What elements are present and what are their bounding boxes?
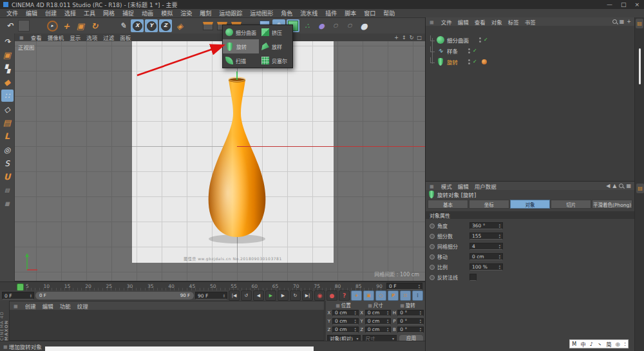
menu-item[interactable]: 窗口 <box>360 9 379 17</box>
spinner-icon[interactable] <box>417 284 420 288</box>
key-pla-button[interactable]: ∷ <box>400 290 411 301</box>
attribute-tab[interactable]: 平滑着色(Phong) <box>592 200 632 209</box>
keyframe-selection-button[interactable]: ? <box>339 290 350 301</box>
enable-snap-button[interactable]: S <box>1 157 14 169</box>
visibility-dots-icon[interactable] <box>468 59 470 61</box>
animation-options-button[interactable]: ⋮ <box>412 290 423 301</box>
attribute-menu-item[interactable]: 编辑 <box>458 182 469 190</box>
play-backwards-button[interactable]: ↺ <box>241 290 252 301</box>
rotate-view-icon[interactable]: ↻ <box>410 35 414 41</box>
quantize-button[interactable]: U <box>1 171 14 183</box>
current-frame-field[interactable]: 0 F <box>386 283 422 290</box>
spinner-icon[interactable] <box>29 294 32 298</box>
field-checkbox[interactable] <box>469 274 477 281</box>
attribute-tab[interactable]: 对象 <box>510 200 551 209</box>
toolbar-separator[interactable] <box>102 19 115 32</box>
make-editable-button[interactable]: ↷ <box>1 35 14 48</box>
render-view-button[interactable] <box>202 19 214 32</box>
object-manager-menu-item[interactable]: 编辑 <box>458 18 469 26</box>
ime-item[interactable]: ♪ <box>590 341 593 347</box>
x-axis-lock-button[interactable]: X <box>131 19 144 32</box>
previous-frame-button[interactable]: ◀ <box>253 290 264 301</box>
scrollbar-thumb[interactable] <box>639 48 641 84</box>
key-parameter-button[interactable]: P <box>388 290 399 301</box>
attribute-menu-item[interactable]: 模式 <box>441 182 452 190</box>
texture-tag-icon[interactable] <box>482 59 487 64</box>
move-tool[interactable]: + <box>60 19 73 32</box>
object-name[interactable]: 旋转 <box>447 58 458 66</box>
enable-axis-button[interactable]: L <box>1 130 14 142</box>
menu-item[interactable]: 选择 <box>61 9 80 17</box>
goto-start-button[interactable]: |◀ <box>229 290 240 301</box>
viewport-solo-button[interactable]: ◎ <box>1 144 14 156</box>
attribute-menu-item[interactable]: 用户数据 <box>475 182 497 190</box>
menu-item[interactable]: 渲染 <box>176 9 196 17</box>
dropdown-menu-item[interactable]: 放样 <box>259 39 292 53</box>
scene-toggle-b[interactable]: ○ <box>343 19 356 32</box>
animation-dot-icon[interactable] <box>430 234 435 239</box>
menu-item[interactable]: 模拟 <box>157 9 176 17</box>
menu-item[interactable]: 捕捉 <box>118 9 138 17</box>
animation-dot-icon[interactable] <box>430 265 435 270</box>
enabled-check-icon[interactable]: ✓ <box>473 48 477 53</box>
dropdown-menu-item[interactable]: 旋转 <box>223 39 259 53</box>
workplane-snap-button[interactable]: ▦ <box>1 198 14 210</box>
menu-item[interactable]: 创建 <box>41 9 61 17</box>
enabled-check-icon[interactable]: ✓ <box>484 37 488 43</box>
key-rotation-button[interactable]: ○ <box>375 290 386 301</box>
material-menu-item[interactable]: 创建 <box>25 302 36 310</box>
autokey-button[interactable]: ● <box>327 290 337 301</box>
ime-item[interactable]: ◎ <box>616 341 620 347</box>
menu-item[interactable]: 流水线 <box>296 9 321 17</box>
record-active-objects-button[interactable]: ◉ <box>314 290 325 301</box>
toolbar-separator[interactable] <box>32 19 44 32</box>
z-axis-lock-button[interactable]: Z <box>159 19 172 32</box>
size-field[interactable]: 0 cm <box>365 318 392 325</box>
object-row[interactable]: ∿ 样条 ✓ <box>426 45 634 56</box>
dropdown-menu-item[interactable]: 扫描 <box>223 53 259 68</box>
field-input[interactable]: 155 <box>469 232 503 240</box>
live-selection-tool[interactable]: ▸ <box>46 19 59 32</box>
material-menu-item[interactable]: 纹理 <box>77 302 88 310</box>
range-start-field[interactable]: 0 F <box>2 292 34 299</box>
key-scale-button[interactable]: ▣ <box>363 290 374 301</box>
animation-dot-icon[interactable] <box>430 223 435 229</box>
ime-item[interactable]: 丶 <box>597 341 602 348</box>
visibility-dots-icon[interactable] <box>468 48 470 50</box>
spinner-icon[interactable] <box>222 294 225 298</box>
menu-item[interactable]: 运动跟踪 <box>215 9 246 17</box>
last-tool-pen[interactable]: ✎ <box>117 19 129 32</box>
position-field[interactable]: 0 cm <box>332 327 359 333</box>
spinner-icon[interactable] <box>498 234 500 238</box>
attribute-tab[interactable]: 坐标 <box>469 200 509 209</box>
menu-item[interactable]: 编辑 <box>22 9 41 17</box>
add-modeling-button[interactable]: ∴ <box>301 19 314 32</box>
add-deformer-button[interactable]: ● <box>315 19 328 32</box>
maximize-button[interactable]: □ <box>621 1 627 8</box>
toggle-view-icon[interactable]: □ <box>417 35 422 41</box>
spinner-icon[interactable] <box>498 244 500 248</box>
menu-item[interactable]: 帮助 <box>379 9 399 17</box>
range-end-field[interactable]: 90 F <box>195 292 227 299</box>
lock-icon[interactable]: ▲ <box>612 183 616 189</box>
field-input[interactable]: 100 % <box>469 263 503 270</box>
menu-item[interactable]: 运动图形 <box>246 9 277 17</box>
viewport-menu-item[interactable]: 选项 <box>86 33 97 41</box>
viewport-menu-item[interactable]: 显示 <box>70 33 80 41</box>
animation-dot-icon[interactable] <box>430 254 435 260</box>
rotation-field[interactable]: 0 ° <box>397 318 424 325</box>
menu-item[interactable]: 插件 <box>321 9 341 17</box>
object-row[interactable]: 旋转 ✓ <box>426 56 634 67</box>
view-label[interactable]: 正视图 <box>18 43 35 51</box>
scene-toggle-a[interactable]: ○ <box>329 19 342 32</box>
scale-tool[interactable]: ▣ <box>74 19 87 32</box>
undo-button[interactable]: ↶ <box>3 19 16 32</box>
y-axis-lock-button[interactable]: Y <box>145 19 158 32</box>
size-field[interactable]: 0 cm <box>365 310 392 316</box>
model-mode-button[interactable]: ▣ <box>1 49 14 61</box>
ime-item[interactable]: 简 <box>606 341 611 348</box>
pan-view-icon[interactable]: + <box>394 35 399 41</box>
close-button[interactable]: × <box>634 1 639 8</box>
ime-item[interactable]: 中 <box>580 341 585 348</box>
loop-button[interactable]: ↻ <box>290 290 301 301</box>
